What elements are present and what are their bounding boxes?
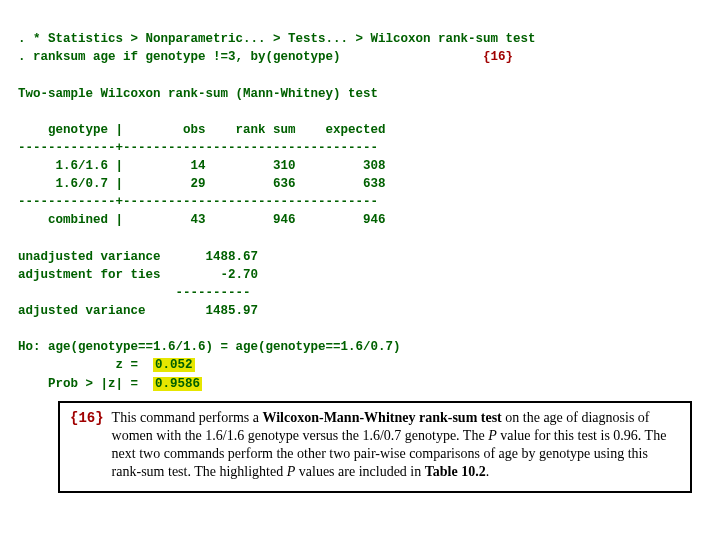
- note-italic-p: P: [488, 428, 497, 443]
- note-bold-table: Table 10.2: [425, 464, 486, 479]
- note-italic-p: P: [287, 464, 296, 479]
- row1-obs: 14: [191, 159, 206, 173]
- separator: -------------+--------------------------…: [18, 195, 378, 209]
- col-expected: expected: [326, 123, 386, 137]
- z-value: 0.052: [153, 358, 195, 372]
- row2-exp: 638: [363, 177, 386, 191]
- test-title: Two-sample Wilcoxon rank-sum (Mann-Whitn…: [18, 87, 378, 101]
- adj-var-label: adjusted variance: [18, 304, 146, 318]
- footnote-body: This command performs a Wilcoxon-Mann-Wh…: [112, 409, 680, 482]
- adj-ties-val: -2.70: [221, 268, 259, 282]
- unadj-var-val: 1488.67: [206, 250, 259, 264]
- adj-var-val: 1485.97: [206, 304, 259, 318]
- unadj-var-label: unadjusted variance: [18, 250, 161, 264]
- adj-ties-label: adjustment for ties: [18, 268, 161, 282]
- stata-output: . * Statistics > Nonparametric... > Test…: [18, 12, 702, 393]
- separator: -------------+--------------------------…: [18, 141, 378, 155]
- row3-obs: 43: [191, 213, 206, 227]
- row2-rank: 636: [273, 177, 296, 191]
- row1-label: 1.6/1.6 |: [56, 159, 124, 173]
- row2-label: 1.6/0.7 |: [56, 177, 124, 191]
- note-text: .: [486, 464, 490, 479]
- row2-obs: 29: [191, 177, 206, 191]
- var-dash: ----------: [176, 286, 251, 300]
- ho-line: Ho: age(genotype==1.6/1.6) = age(genotyp…: [18, 340, 401, 354]
- col-genotype: genotype |: [48, 123, 123, 137]
- note-text: This command performs a: [112, 410, 263, 425]
- row1-rank: 310: [273, 159, 296, 173]
- row1-exp: 308: [363, 159, 386, 173]
- command-line: . ranksum age if genotype !=3, by(genoty…: [18, 50, 341, 64]
- z-label: z =: [116, 358, 139, 372]
- note-bold-test: Wilcoxon-Mann-Whitney rank-sum test: [262, 410, 501, 425]
- p-label: Prob > |z| =: [48, 377, 138, 391]
- col-ranksum: rank sum: [236, 123, 296, 137]
- row3-label: combined |: [48, 213, 123, 227]
- p-value: 0.9586: [153, 377, 202, 391]
- annotation-16-inline: {16}: [483, 50, 513, 64]
- row3-exp: 946: [363, 213, 386, 227]
- note-text: values are included in: [295, 464, 424, 479]
- footnote-box: {16} This command performs a Wilcoxon-Ma…: [58, 401, 692, 494]
- col-obs: obs: [183, 123, 206, 137]
- row3-rank: 946: [273, 213, 296, 227]
- footnote-tag: {16}: [70, 409, 104, 482]
- menu-path: . * Statistics > Nonparametric... > Test…: [18, 32, 536, 46]
